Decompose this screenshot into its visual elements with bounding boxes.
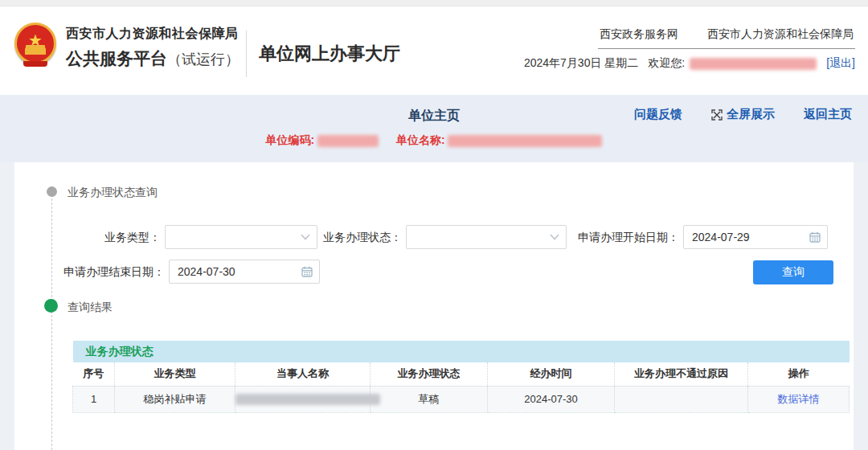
redacted-unit-code bbox=[317, 135, 379, 147]
top-strip bbox=[0, 0, 868, 6]
org-title-block: 西安市人力资源和社会保障局 公共服务平台（试运行） bbox=[66, 26, 240, 70]
col-seq: 序号 bbox=[73, 362, 115, 386]
biz-status-select[interactable] bbox=[406, 225, 567, 249]
back-home-label: 返回主页 bbox=[804, 107, 852, 122]
biz-type-label: 业务类型： bbox=[47, 225, 161, 249]
cell-biz-type: 稳岗补贴申请 bbox=[115, 386, 235, 412]
table-caption-row: 业务办理状态 bbox=[73, 341, 850, 362]
emblem-ribbon bbox=[23, 61, 47, 67]
cell-status: 草稿 bbox=[371, 386, 488, 412]
col-party-name: 当事人名称 bbox=[235, 362, 371, 386]
cell-seq: 1 bbox=[73, 386, 115, 412]
welcome-label: 欢迎您: bbox=[648, 56, 685, 71]
current-date: 2024年7月30日 星期二 bbox=[524, 56, 638, 71]
header-divider bbox=[246, 31, 247, 77]
platform-name: 公共服务平台（试运行） bbox=[66, 47, 240, 70]
logout-link[interactable]: [退出] bbox=[826, 56, 855, 71]
cell-action: 数据详情 bbox=[748, 386, 850, 412]
col-fail-reason: 业务办理不通过原因 bbox=[615, 362, 748, 386]
unit-code-label: 单位编码: bbox=[266, 133, 315, 146]
chevron-down-icon bbox=[550, 234, 559, 240]
portal-title: 单位网上办事大厅 bbox=[259, 42, 400, 66]
platform-name-text: 公共服务平台 bbox=[66, 49, 167, 68]
band-links: 问题反馈 全屏展示 返回主页 bbox=[634, 107, 852, 122]
fullscreen-label: 全屏展示 bbox=[727, 107, 775, 122]
subheader-band: 单位主页 问题反馈 全屏展示 返回主页 单位编码: 单位名称: bbox=[0, 95, 868, 162]
table-header-row: 序号 业务类型 当事人名称 业务办理状态 经办时间 业务办理不通过原因 操作 bbox=[73, 362, 850, 386]
redacted-username bbox=[690, 58, 817, 70]
redacted-party-name bbox=[235, 394, 380, 405]
emblem-star-icon: ★ bbox=[28, 32, 43, 48]
org-name: 西安市人力资源和社会保障局 bbox=[66, 26, 240, 43]
emblem-gate-icon bbox=[25, 47, 46, 55]
start-date-input[interactable] bbox=[683, 225, 828, 249]
national-emblem-logo: ★ bbox=[14, 22, 56, 64]
table-caption: 业务办理状态 bbox=[73, 341, 850, 362]
end-date-value[interactable] bbox=[170, 265, 301, 278]
biz-status-label: 业务办理状态： bbox=[288, 225, 402, 249]
cell-party-name bbox=[235, 386, 371, 412]
unit-info-line: 单位编码: 单位名称: bbox=[0, 133, 868, 148]
back-home-link[interactable]: 返回主页 bbox=[804, 107, 852, 122]
cell-time: 2024-07-30 bbox=[488, 386, 615, 412]
header-right: 西安政务服务网 西安市人力资源和社会保障局 bbox=[598, 27, 855, 49]
feedback-label: 问题反馈 bbox=[634, 107, 682, 122]
fullscreen-icon bbox=[711, 109, 723, 121]
result-table: 业务办理状态 序号 业务类型 当事人名称 业务办理状态 经办时间 业务办理不通过… bbox=[72, 341, 850, 413]
col-time: 经办时间 bbox=[488, 362, 615, 386]
fullscreen-link[interactable]: 全屏展示 bbox=[711, 107, 775, 122]
section-bullet-gray bbox=[47, 186, 57, 197]
link-gov-portal[interactable]: 西安政务服务网 bbox=[600, 27, 678, 42]
col-biz-type: 业务类型 bbox=[115, 362, 235, 386]
redacted-unit-name bbox=[448, 135, 602, 147]
platform-name-suffix: （试运行） bbox=[167, 51, 240, 68]
start-date-label: 申请办理开始日期： bbox=[571, 225, 679, 249]
start-date-value[interactable] bbox=[684, 231, 809, 243]
table-row: 1 稳岗补贴申请 草稿 2024-07-30 数据详情 bbox=[73, 386, 850, 412]
col-action: 操作 bbox=[748, 362, 850, 386]
header-user-row: 2024年7月30日 星期二 欢迎您: [退出] bbox=[524, 56, 855, 71]
biz-type-value[interactable] bbox=[166, 231, 301, 243]
content-panel: 业务办理状态查询 业务类型： 业务办理状态： 申请办理开始日期： 申请办理结束日… bbox=[14, 162, 854, 450]
end-date-label: 申请办理结束日期： bbox=[47, 260, 165, 284]
end-date-input[interactable] bbox=[169, 260, 320, 284]
query-section-title: 业务办理状态查询 bbox=[68, 186, 158, 200]
unit-name-label: 单位名称: bbox=[396, 133, 445, 146]
cell-fail-reason bbox=[615, 386, 748, 412]
query-button[interactable]: 查询 bbox=[753, 260, 833, 284]
header-top-links: 西安政务服务网 西安市人力资源和社会保障局 bbox=[598, 27, 855, 49]
site-header: ★ 西安市人力资源和社会保障局 公共服务平台（试运行） 单位网上办事大厅 西安政… bbox=[0, 6, 868, 95]
calendar-icon[interactable] bbox=[809, 231, 821, 243]
section-bullet-green bbox=[44, 299, 58, 313]
data-detail-link[interactable]: 数据详情 bbox=[778, 393, 820, 405]
calendar-icon[interactable] bbox=[301, 266, 313, 277]
feedback-link[interactable]: 问题反馈 bbox=[634, 107, 682, 122]
result-section-title: 查询结果 bbox=[68, 301, 113, 315]
link-hr-bureau[interactable]: 西安市人力资源和社会保障局 bbox=[707, 27, 854, 42]
biz-status-value[interactable] bbox=[407, 231, 550, 243]
col-status: 业务办理状态 bbox=[371, 362, 488, 386]
